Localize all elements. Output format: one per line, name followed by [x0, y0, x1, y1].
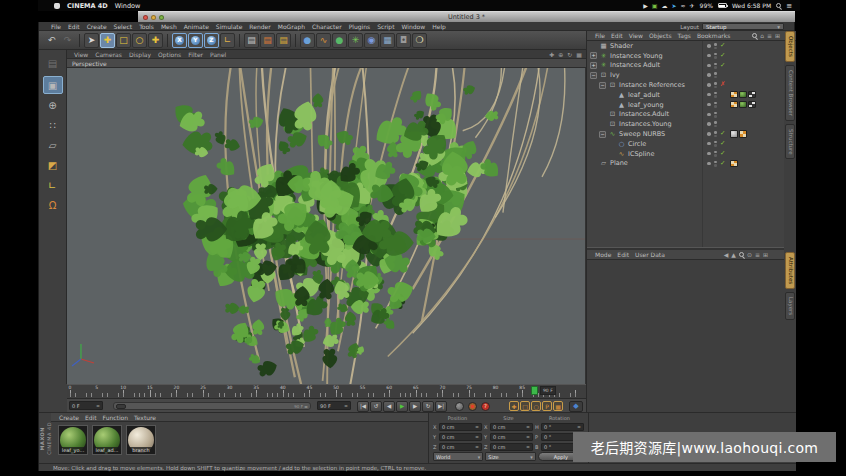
viewport-menu-filter[interactable]: Filter [188, 51, 203, 58]
layer-dot-icon[interactable] [707, 113, 711, 117]
record-pla-toggle[interactable]: ▦ [553, 401, 563, 411]
render-settings-icon[interactable]: ▤ [276, 33, 291, 48]
goto-end-button[interactable]: ▶| [435, 401, 447, 412]
coord-field-size-y[interactable]: 0 cm◂▸ [490, 433, 533, 441]
undo-icon[interactable]: ↶ [44, 33, 59, 48]
record-selection-button[interactable]: ? [481, 402, 490, 411]
menu-animate[interactable]: Animate [184, 23, 209, 30]
menu-file[interactable]: File [51, 23, 61, 30]
list-icon[interactable]: ≡ [767, 32, 772, 39]
loop-button[interactable]: ↻ [422, 401, 434, 412]
lock-icon[interactable]: ⊙ [747, 251, 752, 258]
back-icon[interactable]: ◀ [724, 251, 729, 258]
object-row-icspline[interactable]: +∿ICSpline✓ [587, 149, 784, 159]
add-primitive-icon[interactable]: ● [300, 33, 315, 48]
visibility-dots-icon[interactable] [714, 102, 717, 108]
coord-field-position-z[interactable]: 0 cm◂▸ [439, 443, 482, 451]
visibility-dots-icon[interactable] [714, 82, 717, 88]
coord-field-rotation-h[interactable]: 0 °◂▸ [541, 423, 584, 431]
om-menu-bookmarks[interactable]: Bookmarks [697, 32, 731, 39]
checker-material-tag[interactable] [748, 91, 756, 99]
tab-objects[interactable]: Objects [785, 31, 795, 62]
expander-icon[interactable]: − [599, 131, 606, 138]
disabled-cross-icon[interactable]: ✗ [720, 80, 725, 90]
enabled-check-icon[interactable]: ✓ [720, 129, 725, 139]
menu-create[interactable]: Create [87, 23, 107, 30]
expander-icon[interactable]: − [590, 72, 597, 79]
viewport-menu-cameras[interactable]: Cameras [95, 51, 122, 58]
am-menu-user-data[interactable]: User Data [635, 251, 665, 258]
range-end-field[interactable]: 90 F◂▸ [317, 401, 351, 410]
coordinate-system-icon[interactable]: ∟ [220, 33, 235, 48]
coord-field-size-x[interactable]: 0 cm◂▸ [490, 423, 533, 431]
tab-layers[interactable]: Layers [785, 292, 795, 320]
redo-icon[interactable]: ↷ [60, 33, 75, 48]
tab-attributes[interactable]: Attributes [785, 252, 795, 289]
layer-dot-icon[interactable] [707, 122, 711, 126]
search-icon[interactable] [752, 33, 757, 38]
last-tool-icon[interactable]: ✚ [148, 33, 163, 48]
layer-dot-icon[interactable] [707, 152, 711, 156]
viewport-menu-display[interactable]: Display [129, 51, 151, 58]
visibility-dots-icon[interactable] [714, 72, 717, 78]
range-start-field[interactable]: 0 F◂▸ [69, 401, 103, 410]
play-button[interactable]: ▶ [396, 401, 408, 412]
object-row-circle[interactable]: +○Circle✓ [587, 139, 784, 149]
object-row-instances-adult[interactable]: +✳Instances Adult✓ [587, 61, 784, 71]
make-editable-icon[interactable]: ▣ [43, 76, 63, 94]
menu-clock[interactable]: Wed 6:58 PM [732, 2, 771, 9]
viewport-layout-icon[interactable]: ▦ [576, 51, 582, 58]
add-light-icon[interactable]: ❍ [412, 33, 427, 48]
coord-select-size[interactable]: Size▾ [485, 452, 535, 461]
object-row-ivy[interactable]: −⊡Ivy [587, 70, 784, 80]
timeline-ruler[interactable]: 90 F 0510152025303540455055606570758085 [67, 384, 586, 398]
cloud-icon[interactable]: ☁ [662, 3, 668, 9]
visibility-dots-icon[interactable] [714, 63, 717, 69]
object-row-plane[interactable]: +▱Plane✓ [587, 159, 784, 169]
grid-icon[interactable]: ⊞ [775, 32, 780, 39]
visibility-dots-icon[interactable] [714, 161, 717, 167]
layer-dot-icon[interactable] [707, 54, 711, 58]
autokey-button[interactable] [468, 402, 477, 411]
macos-app-name[interactable]: CINEMA 4D [67, 2, 108, 10]
add-modeling-icon[interactable]: ✳ [348, 33, 363, 48]
edge-mode-icon[interactable]: ▱ [43, 136, 63, 154]
object-row-instance-references[interactable]: −⊡Instance References✗ [587, 80, 784, 90]
record-scale-toggle[interactable]: □ [520, 401, 530, 411]
menu-select[interactable]: Select [114, 23, 133, 30]
model-mode-icon[interactable]: ⊕ [43, 96, 63, 114]
visibility-dots-icon[interactable] [714, 151, 717, 157]
menu-tools[interactable]: Tools [139, 23, 154, 30]
layer-dot-icon[interactable] [707, 103, 711, 107]
visibility-dots-icon[interactable] [714, 131, 717, 137]
om-menu-objects[interactable]: Objects [649, 32, 672, 39]
list-icon[interactable]: ≡ [755, 251, 760, 258]
om-menu-tags[interactable]: Tags [678, 32, 691, 39]
previous-frame-button[interactable]: ◀ [383, 401, 395, 412]
layer-dot-icon[interactable] [707, 132, 711, 136]
object-row-instances-young[interactable]: +✳Instances Young✓ [587, 51, 784, 61]
am-menu-edit[interactable]: Edit [617, 251, 629, 258]
menu-script[interactable]: Script [377, 23, 394, 30]
notification-list-icon[interactable]: ≡ [786, 2, 792, 10]
visibility-dots-icon[interactable] [714, 121, 717, 127]
enabled-check-icon[interactable]: ✓ [720, 41, 725, 51]
lock-x-axis-icon[interactable]: X [172, 33, 187, 48]
layer-dot-icon[interactable] [707, 73, 711, 77]
menu-character[interactable]: Character [312, 23, 342, 30]
menu-plugins[interactable]: Plugins [349, 23, 371, 30]
object-row-leaf-adult[interactable]: +▲leaf_adult [587, 90, 784, 100]
history-icon[interactable]: ▤ [43, 52, 63, 74]
move-tool-icon[interactable]: ✚ [100, 33, 115, 48]
coord-field-position-x[interactable]: 0 cm◂▸ [439, 423, 482, 431]
search-icon[interactable] [739, 252, 744, 257]
add-nurbs-icon[interactable]: ● [332, 33, 347, 48]
polygon-mode-icon[interactable]: ◩ [43, 156, 63, 174]
add-camera-icon[interactable]: ◘ [396, 33, 411, 48]
layer-dot-icon[interactable] [707, 64, 711, 68]
material-menu-texture[interactable]: Texture [134, 414, 156, 421]
object-row-instances-young[interactable]: +⊡Instances.Young [587, 119, 784, 129]
menu-window[interactable]: Window [402, 23, 426, 30]
visibility-dots-icon[interactable] [714, 92, 717, 98]
leaf-material-tag[interactable] [739, 91, 747, 99]
